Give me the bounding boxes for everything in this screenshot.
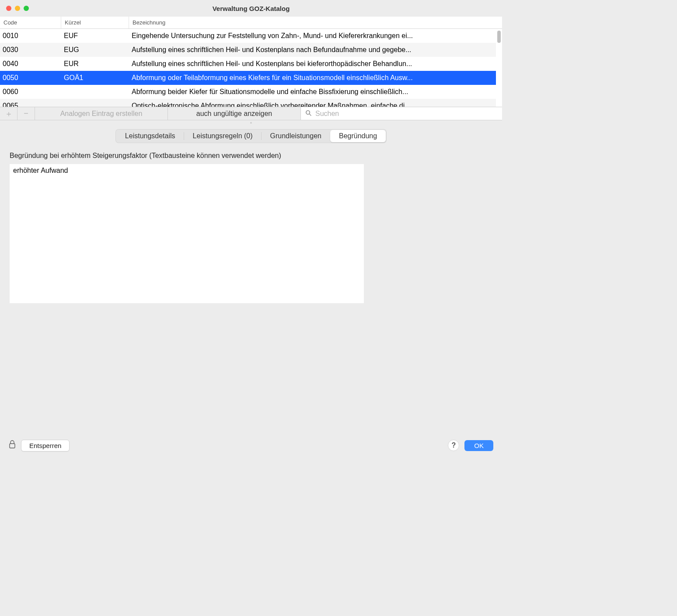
cell-bez: Eingehende Untersuchung zur Feststellung… <box>129 32 496 40</box>
tab-begr-ndung[interactable]: Begründung <box>330 130 386 142</box>
cell-code: 0010 <box>0 32 61 40</box>
col-header-code[interactable]: Code <box>0 17 61 28</box>
cell-bez: Aufstellung eines schriftlichen Heil- un… <box>129 60 496 68</box>
table-row[interactable]: 0050GOÄ1Abformung oder Teilabformung ein… <box>0 71 496 85</box>
cell-bez: Abformung oder Teilabformung eines Kiefe… <box>129 74 496 82</box>
maximize-button[interactable] <box>24 6 29 11</box>
justification-label: Begründung bei erhöhtem Steigerungsfakto… <box>10 152 492 160</box>
close-button[interactable] <box>6 6 11 11</box>
cell-code: 0065 <box>0 102 61 107</box>
table-toolbar: ＋ − Analogen Eintrag erstellen auch ungü… <box>0 107 502 120</box>
table-row[interactable]: 0060Abformung beider Kiefer für Situatio… <box>0 85 496 99</box>
justification-textarea[interactable] <box>10 164 364 303</box>
titlebar: Verwaltung GOZ-Katalog <box>0 0 502 17</box>
cell-kurz: GOÄ1 <box>61 74 129 82</box>
table-row[interactable]: 0010EUFEingehende Untersuchung zur Fests… <box>0 29 496 43</box>
scroll-thumb[interactable] <box>497 31 501 43</box>
tab-leistungsdetails[interactable]: Leistungsdetails <box>116 130 184 142</box>
catalog-table: Code Kürzel Bezeichnung 0010EUFEingehend… <box>0 17 502 107</box>
cell-bez: Abformung beider Kiefer für Situationsmo… <box>129 88 496 96</box>
table-body: 0010EUFEingehende Untersuchung zur Fests… <box>0 29 496 107</box>
create-analog-button[interactable]: Analogen Eintrag erstellen <box>35 107 168 120</box>
svg-line-1 <box>309 114 311 116</box>
tab-grundleistungen[interactable]: Grundleistungen <box>262 130 330 142</box>
cell-kurz: EUR <box>61 60 129 68</box>
cell-kurz: EUG <box>61 46 129 54</box>
ok-button[interactable]: OK <box>464 440 493 451</box>
table-row[interactable]: 0065Optisch-elektronische Abformung eins… <box>0 99 496 107</box>
remove-button[interactable]: − <box>17 107 35 120</box>
table-header: Code Kürzel Bezeichnung <box>0 17 502 29</box>
col-header-kurz[interactable]: Kürzel <box>61 17 129 28</box>
cell-code: 0050 <box>0 74 61 82</box>
splitter-grip[interactable]: ● <box>0 120 502 125</box>
minimize-button[interactable] <box>15 6 20 11</box>
cell-kurz: EUF <box>61 32 129 40</box>
cell-bez: Aufstellung eines schriftlichen Heil- un… <box>129 46 496 54</box>
lock-icon <box>9 440 16 451</box>
cell-code: 0040 <box>0 60 61 68</box>
segmented-control: LeistungsdetailsLeistungsregeln (0)Grund… <box>115 129 387 143</box>
tab-content: Begründung bei erhöhtem Steigerungsfakto… <box>0 143 502 434</box>
footer: Entsperren ? OK <box>0 434 502 457</box>
table-row[interactable]: 0030EUGAufstellung eines schriftlichen H… <box>0 43 496 57</box>
traffic-lights <box>0 6 29 11</box>
add-button[interactable]: ＋ <box>0 107 17 120</box>
tabs-row: LeistungsdetailsLeistungsregeln (0)Grund… <box>0 125 502 143</box>
tab-leistungsregeln-0-[interactable]: Leistungsregeln (0) <box>184 130 262 142</box>
search-field[interactable] <box>301 107 502 120</box>
svg-rect-2 <box>10 444 15 448</box>
search-input[interactable] <box>315 110 498 118</box>
show-invalid-toggle[interactable]: auch ungültige anzeigen <box>168 107 301 120</box>
unlock-button[interactable]: Entsperren <box>21 440 70 452</box>
cell-code: 0060 <box>0 88 61 96</box>
window-title: Verwaltung GOZ-Katalog <box>0 5 502 12</box>
cell-bez: Optisch-elektronische Abformung einschli… <box>129 102 496 107</box>
window: Verwaltung GOZ-Katalog Code Kürzel Bezei… <box>0 0 502 457</box>
vertical-scrollbar[interactable] <box>496 29 502 107</box>
col-header-bez[interactable]: Bezeichnung <box>129 17 502 28</box>
help-button[interactable]: ? <box>448 440 459 451</box>
cell-code: 0030 <box>0 46 61 54</box>
search-icon <box>305 110 312 118</box>
table-row[interactable]: 0040EURAufstellung eines schriftlichen H… <box>0 57 496 71</box>
